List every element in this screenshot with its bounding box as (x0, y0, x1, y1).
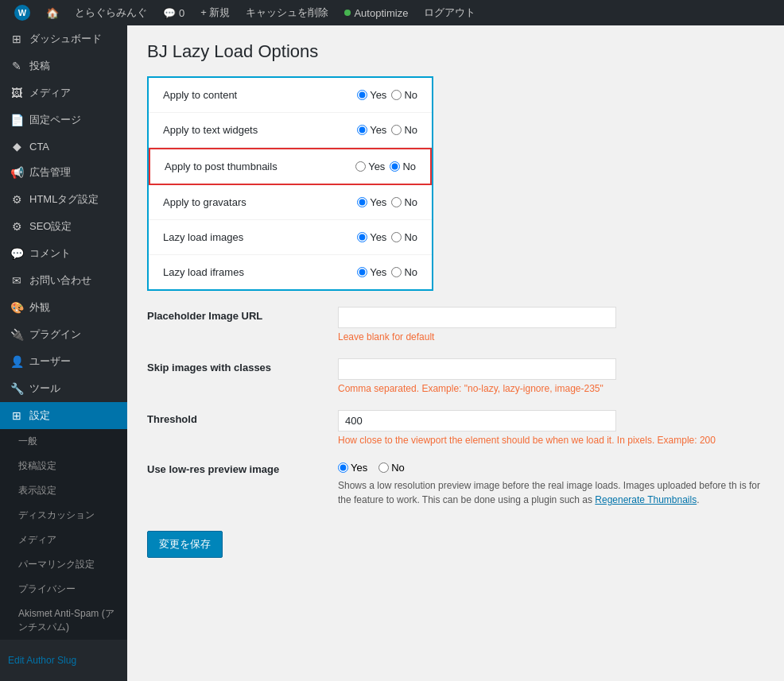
adminbar-cache[interactable]: キャッシュを削除 (239, 0, 335, 25)
admin-bar: W 🏠 とらぐらみんぐ 💬 0 + 新規 キャッシュを削除 Autoptimiz… (0, 0, 784, 25)
low-res-no-label[interactable]: No (378, 462, 405, 474)
adminbar-wp[interactable]: W (8, 0, 37, 25)
apply-gravatars-no-radio[interactable] (391, 197, 402, 207)
adminbar-site-icon[interactable]: 🏠 (40, 0, 65, 25)
low-res-yes-radio[interactable] (338, 462, 348, 473)
threshold-hint: How close to the viewport the element sh… (338, 435, 764, 446)
low-res-radio-group: Yes No (338, 462, 764, 474)
submenu-general-label: 一般 (18, 435, 37, 448)
submenu-reading-label: 表示設定 (18, 484, 56, 497)
sidebar-item-pages[interactable]: 📄 固定ページ (0, 106, 127, 133)
submenu-general[interactable]: 一般 (0, 429, 127, 454)
submenu-writing[interactable]: 投稿設定 (0, 454, 127, 478)
sidebar-item-contact[interactable]: ✉ お問い合わせ (0, 267, 127, 294)
sidebar-item-html[interactable]: ⚙ HTMLタグ設定 (0, 186, 127, 213)
adminbar-logout[interactable]: ログアウト (417, 0, 482, 25)
adminbar-comments[interactable]: 💬 0 (157, 0, 191, 25)
sidebar-label-plugins: プラグイン (29, 327, 81, 342)
submenu-akismet[interactable]: Akismet Anti-Spam (ア ンチスパム) (0, 602, 127, 640)
lazy-iframes-radio: Yes No (357, 266, 417, 278)
lazy-iframes-yes-label[interactable]: Yes (357, 266, 386, 278)
sidebar-item-posts[interactable]: ✎ 投稿 (0, 52, 127, 79)
sidebar-item-dashboard[interactable]: ⊞ ダッシュボード (0, 25, 127, 52)
edit-author-slug-link[interactable]: Edit Author Slug (8, 655, 76, 666)
comments-count: 0 (179, 7, 184, 19)
adminbar-autoptimize[interactable]: Autoptimize (338, 0, 414, 25)
option-row-lazy-images: Lazy load images Yes No (149, 220, 432, 255)
media-icon: 🖼 (10, 87, 23, 99)
submenu-media[interactable]: メディア (0, 528, 127, 552)
adminbar-site-name[interactable]: とらぐらみんぐ (68, 0, 153, 25)
lazy-images-label: Lazy load images (163, 231, 357, 243)
submenu-writing-label: 投稿設定 (18, 459, 56, 473)
sidebar-label-pages: 固定ページ (29, 113, 81, 127)
submenu-permalinks[interactable]: パーマリンク設定 (0, 552, 127, 577)
regenerate-thumbnails-link[interactable]: Regenerate Thumbnails (595, 494, 697, 505)
submenu-reading[interactable]: 表示設定 (0, 478, 127, 503)
lazy-images-no-radio[interactable] (391, 232, 402, 242)
options-box: Apply to content Yes No Apply to text wi… (147, 76, 433, 291)
apply-text-widgets-radio: Yes No (357, 124, 417, 136)
comments-sidebar-icon: 💬 (10, 247, 23, 260)
sidebar-label-users: ユーザー (29, 354, 71, 369)
sidebar-label-contact: お問い合わせ (29, 273, 91, 288)
lazy-images-yes-radio[interactable] (357, 232, 367, 242)
sidebar-label-appearance: 外観 (29, 300, 50, 315)
posts-icon: ✎ (10, 60, 23, 72)
page-title: BJ Lazy Load Options (147, 41, 764, 62)
lazy-images-yes-label[interactable]: Yes (357, 231, 386, 243)
threshold-input[interactable]: 400 (338, 410, 616, 431)
lazy-iframes-no-label[interactable]: No (391, 266, 417, 278)
apply-post-thumbnails-no-radio[interactable] (390, 161, 400, 172)
sidebar-item-ads[interactable]: 📢 広告管理 (0, 159, 127, 186)
sidebar-item-media[interactable]: 🖼 メディア (0, 79, 127, 106)
sidebar-item-appearance[interactable]: 🎨 外観 (0, 294, 127, 321)
apply-gravatars-yes-radio[interactable] (357, 197, 367, 207)
apply-content-no-label[interactable]: No (391, 89, 417, 101)
placeholder-input[interactable] (338, 307, 616, 328)
apply-text-widgets-no-label[interactable]: No (391, 124, 417, 136)
sidebar-label-media: メディア (29, 86, 71, 100)
sidebar-item-cta[interactable]: ◆ CTA (0, 133, 127, 159)
sidebar-item-users[interactable]: 👤 ユーザー (0, 348, 127, 375)
sidebar-label-dashboard: ダッシュボード (29, 32, 102, 46)
sidebar-label-settings: 設定 (29, 408, 50, 423)
sidebar-label-ads: 広告管理 (29, 165, 71, 180)
sidebar-item-comments[interactable]: 💬 コメント (0, 240, 127, 267)
apply-content-yes-radio[interactable] (357, 90, 367, 100)
sidebar-item-tools[interactable]: 🔧 ツール (0, 375, 127, 402)
placeholder-hint: Leave blank for default (338, 331, 764, 342)
sidebar: ⊞ ダッシュボード ✎ 投稿 🖼 メディア 📄 固定ページ ◆ CTA 📢 広告… (0, 25, 127, 681)
sidebar-item-settings[interactable]: ⊞ 設定 (0, 402, 127, 429)
apply-content-no-radio[interactable] (391, 90, 402, 100)
sidebar-item-seo[interactable]: ⚙ SEO設定 (0, 213, 127, 240)
lazy-iframes-no-radio[interactable] (391, 267, 402, 277)
autoptimize-label: Autoptimize (354, 7, 408, 19)
apply-content-label: Apply to content (163, 89, 357, 101)
lazy-images-no-label[interactable]: No (391, 231, 417, 243)
submenu-media-label: メディア (18, 533, 56, 547)
seo-icon: ⚙ (10, 220, 23, 233)
apply-post-thumbnails-yes-label[interactable]: Yes (355, 161, 385, 172)
apply-gravatars-yes-label[interactable]: Yes (357, 196, 386, 208)
low-res-description: Shows a low resolution preview image bef… (338, 478, 764, 507)
lazy-iframes-yes-radio[interactable] (357, 267, 367, 277)
apply-post-thumbnails-yes-radio[interactable] (355, 161, 366, 172)
appearance-icon: 🎨 (10, 301, 23, 314)
low-res-no-radio[interactable] (378, 462, 389, 473)
apply-text-widgets-yes-radio[interactable] (357, 125, 367, 135)
submenu-discussion[interactable]: ディスカッション (0, 503, 127, 528)
skip-classes-input[interactable] (338, 358, 616, 380)
apply-post-thumbnails-no-label[interactable]: No (390, 161, 416, 172)
apply-content-yes-label[interactable]: Yes (357, 89, 386, 101)
ads-icon: 📢 (10, 166, 23, 179)
apply-text-widgets-yes-label[interactable]: Yes (357, 124, 386, 136)
threshold-content: 400 How close to the viewport the elemen… (338, 410, 764, 446)
apply-gravatars-no-label[interactable]: No (391, 196, 417, 208)
adminbar-new[interactable]: + 新規 (194, 0, 236, 25)
submenu-privacy[interactable]: プライバシー (0, 577, 127, 602)
apply-text-widgets-no-radio[interactable] (391, 125, 402, 135)
sidebar-item-plugins[interactable]: 🔌 プラグイン (0, 321, 127, 348)
low-res-yes-label[interactable]: Yes (338, 462, 367, 474)
save-button[interactable]: 変更を保存 (147, 531, 223, 558)
